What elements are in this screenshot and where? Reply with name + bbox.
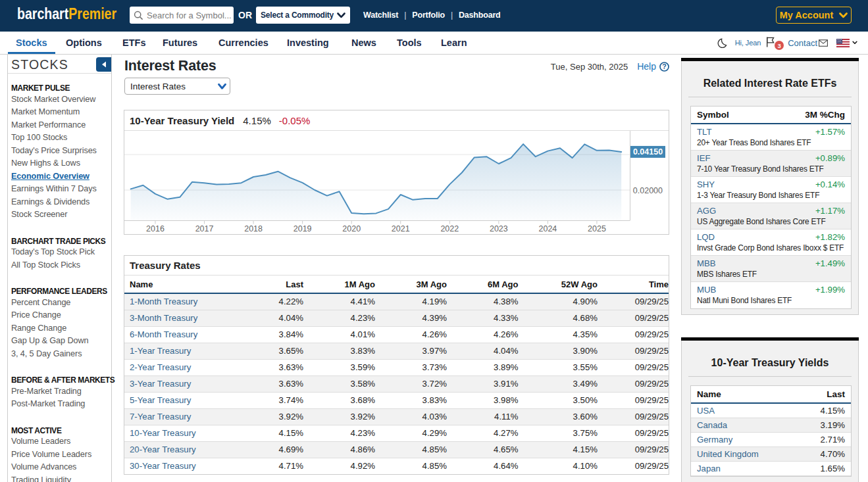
sidebar-item[interactable]: Stock Screener	[11, 208, 109, 222]
contact-link[interactable]: Contact	[788, 38, 817, 48]
table-cell: 4.23%	[303, 425, 375, 441]
table-cell: 4.35%	[519, 326, 598, 343]
symbol-search-input[interactable]: Search for a Symbol...	[130, 7, 234, 24]
table-cell: 4.69%	[232, 441, 303, 458]
sidebar-item[interactable]: New Highs & Lows	[11, 157, 109, 170]
sidebar-item[interactable]: Volume Advances	[11, 461, 109, 474]
user-greeting[interactable]: Hi, Jean	[735, 39, 761, 47]
etf-symbol-link[interactable]: MBB	[697, 258, 716, 268]
sidebar-item[interactable]: Percent Change	[11, 297, 109, 310]
help-question-icon[interactable]: ?	[659, 62, 669, 72]
treasury-link[interactable]: 7-Year Treasury	[130, 412, 191, 422]
country-link[interactable]: Japan	[697, 464, 721, 473]
country-link[interactable]: USA	[697, 406, 715, 416]
treasury-link[interactable]: 3-Year Treasury	[130, 379, 191, 389]
column-header[interactable]: Name	[124, 276, 232, 293]
table-cell: 09/29/25	[598, 425, 669, 441]
sidebar-item[interactable]: Market Momentum	[11, 106, 109, 119]
table-cell: 4.01%	[303, 326, 375, 343]
sidebar-item[interactable]: Post-Market Trading	[11, 398, 109, 411]
dashboard-link[interactable]: Dashboard	[459, 11, 501, 20]
table-cell: 4.41%	[303, 293, 375, 310]
column-header[interactable]: 52W Ago	[519, 276, 598, 293]
country-link[interactable]: United Kingdom	[697, 449, 759, 459]
etf-name: MBS Ishares ETF	[697, 270, 845, 279]
sidebar-item[interactable]: Price Change	[11, 309, 109, 322]
help-link[interactable]: Help	[637, 61, 656, 72]
column-header[interactable]: Last	[232, 276, 303, 293]
sidebar-item[interactable]: Top 100 Stocks	[11, 132, 109, 145]
etf-symbol-link[interactable]: AGG	[697, 206, 716, 216]
nav-item-options[interactable]: Options	[58, 32, 110, 54]
sidebar-item[interactable]: Price Volume Leaders	[11, 448, 109, 462]
country-link[interactable]: Germany	[697, 435, 732, 445]
us-flag-icon[interactable]	[836, 39, 850, 47]
etf-symbol-link[interactable]: SHY	[697, 180, 715, 189]
nav-item-futures[interactable]: Futures	[155, 32, 205, 54]
nav-item-news[interactable]: News	[344, 32, 384, 54]
etf-change: +1.57%	[815, 127, 845, 137]
sidebar-item[interactable]: Volume Leaders	[11, 435, 109, 448]
sidebar-header: STOCKS	[8, 55, 111, 74]
nav-item-tools[interactable]: Tools	[389, 32, 430, 54]
table-cell: 4.65%	[447, 441, 519, 458]
barchart-logo[interactable]: barchartPremier	[17, 5, 116, 23]
sidebar-item[interactable]: All Top Stock Picks	[11, 259, 109, 272]
envelope-icon[interactable]	[819, 39, 828, 47]
treasury-link[interactable]: 6-Month Treasury	[130, 329, 197, 339]
etf-symbol-link[interactable]: MUB	[697, 285, 716, 295]
view-select-dropdown[interactable]: Interest Rates	[124, 78, 230, 95]
notifications[interactable]: 3	[766, 35, 784, 51]
sidebar-item[interactable]: Today's Top Stock Pick	[11, 246, 109, 259]
sidebar-item[interactable]: Earnings & Dividends	[11, 196, 109, 209]
treasury-link[interactable]: 10-Year Treasury	[130, 428, 196, 438]
sidebar-item[interactable]: Gap Up & Gap Down	[11, 335, 109, 348]
sidebar-item[interactable]: Earnings Within 7 Days	[11, 183, 109, 196]
country-link[interactable]: Canada	[697, 420, 727, 430]
nav-item-learn[interactable]: Learn	[433, 32, 475, 54]
treasury-rates-header-row: NameLast1M Ago3M Ago6M Ago52W AgoTime	[124, 276, 669, 293]
sidebar-collapse-button[interactable]	[96, 57, 111, 72]
nav-item-currencies[interactable]: Currencies	[211, 32, 276, 54]
treasury-link[interactable]: 2-Year Treasury	[130, 362, 191, 372]
language-caret-icon[interactable]	[852, 41, 857, 45]
table-cell: 4.03%	[375, 408, 447, 425]
table-cell: 4.92%	[303, 458, 375, 474]
column-header[interactable]: 3M Ago	[375, 276, 447, 293]
column-header[interactable]: Time	[598, 276, 669, 293]
treasury-link[interactable]: 1-Month Treasury	[130, 297, 197, 306]
treasury-link[interactable]: 1-Year Treasury	[130, 346, 191, 356]
treasury-yield-chart[interactable]: 2016201720182019202020212022202320242025…	[124, 131, 669, 234]
treasury-link[interactable]: 5-Year Treasury	[130, 395, 191, 405]
logo-suffix: Premier	[68, 5, 116, 22]
etf-symbol-link[interactable]: IEF	[697, 153, 711, 163]
sidebar-item[interactable]: Range Change	[11, 322, 109, 335]
etf-row: SHY+0.14%1-3 Year Treasury Bond Ishares …	[691, 177, 851, 203]
dark-mode-moon-icon[interactable]	[717, 38, 727, 48]
nav-item-etfs[interactable]: ETFs	[115, 32, 153, 54]
treasury-link[interactable]: 30-Year Treasury	[130, 461, 196, 471]
table-cell: 3.60%	[519, 408, 598, 425]
sidebar-item[interactable]: Trading Liquidity	[11, 474, 109, 482]
nav-item-stocks[interactable]: Stocks	[8, 32, 55, 54]
sidebar-item[interactable]: Today's Price Surprises	[11, 145, 109, 158]
sidebar-item[interactable]: Stock Market Overview	[11, 93, 109, 107]
etf-symbol-link[interactable]: TLT	[697, 127, 711, 137]
portfolio-link[interactable]: Portfolio	[412, 11, 445, 20]
watchlist-link[interactable]: Watchlist	[363, 11, 398, 20]
treasury-link[interactable]: 3-Month Treasury	[130, 313, 197, 323]
sidebar-item[interactable]: Market Performance	[11, 119, 109, 132]
commodity-select[interactable]: Select a Commodity	[256, 7, 350, 24]
table-row: 5-Year Treasury3.74%3.68%3.83%3.98%3.50%…	[124, 392, 669, 408]
sidebar-item[interactable]: Economic Overview	[11, 170, 109, 183]
treasury-link[interactable]: 20-Year Treasury	[130, 445, 196, 454]
sidebar-item[interactable]: Pre-Market Trading	[11, 385, 109, 398]
chevron-down-icon	[218, 84, 226, 89]
etf-symbol-link[interactable]: LQD	[697, 232, 715, 242]
table-cell: 3.97%	[375, 343, 447, 359]
my-account-button[interactable]: My Account	[776, 7, 852, 24]
column-header[interactable]: 1M Ago	[303, 276, 375, 293]
column-header[interactable]: 6M Ago	[447, 276, 519, 293]
nav-item-investing[interactable]: Investing	[279, 32, 337, 54]
sidebar-item[interactable]: 3, 4, 5 Day Gainers	[11, 348, 109, 361]
